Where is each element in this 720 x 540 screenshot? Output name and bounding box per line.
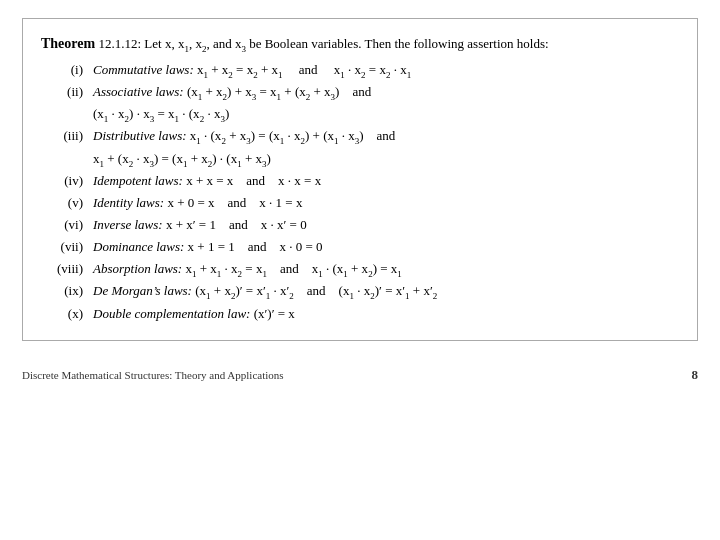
assertions: (i) Commutative laws: x1 + x2 = x2 + x1 … bbox=[41, 60, 679, 324]
assertion-i: (i) Commutative laws: x1 + x2 = x2 + x1 … bbox=[41, 60, 679, 80]
assertion-num-viii: (viii) bbox=[41, 259, 93, 279]
assertion-vi: (vi) Inverse laws: x + x′ = 1 and x · x′… bbox=[41, 215, 679, 235]
main-content: Theorem 12.1.12: Let x, x1, x2, and x3 b… bbox=[0, 0, 720, 361]
assertion-num-ii: (ii) bbox=[41, 82, 93, 102]
assertion-ii-cont: (x1 · x2) · x3 = x1 · (x2 · x3) bbox=[41, 104, 679, 124]
footer: Discrete Mathematical Structures: Theory… bbox=[0, 361, 720, 387]
assertion-viii: (viii) Absorption laws: x1 + x1 · x2 = x… bbox=[41, 259, 679, 279]
assertion-content-x: Double complementation law: (x′)′ = x bbox=[93, 304, 679, 324]
assertion-num-i: (i) bbox=[41, 60, 93, 80]
footer-text: Discrete Mathematical Structures: Theory… bbox=[22, 369, 284, 381]
assertion-num-vi: (vi) bbox=[41, 215, 93, 235]
assertion-ix: (ix) De Morgan’s laws: (x1 + x2)′ = x′1 … bbox=[41, 281, 679, 301]
assertion-num-ix: (ix) bbox=[41, 281, 93, 301]
page-number: 8 bbox=[692, 367, 699, 383]
assertion-content-vi: Inverse laws: x + x′ = 1 and x · x′ = 0 bbox=[93, 215, 679, 235]
assertion-content-v: Identity laws: x + 0 = x and x · 1 = x bbox=[93, 193, 679, 213]
assertion-vii: (vii) Dominance laws: x + 1 = 1 and x · … bbox=[41, 237, 679, 257]
assertion-num-iii: (iii) bbox=[41, 126, 93, 146]
assertion-num-vii: (vii) bbox=[41, 237, 93, 257]
assertion-content-i: Commutative laws: x1 + x2 = x2 + x1 and … bbox=[93, 60, 679, 80]
assertion-iv: (iv) Idempotent laws: x + x = x and x · … bbox=[41, 171, 679, 191]
theorem-box: Theorem 12.1.12: Let x, x1, x2, and x3 b… bbox=[22, 18, 698, 341]
assertion-ii: (ii) Associative laws: (x1 + x2) + x3 = … bbox=[41, 82, 679, 102]
assertion-content-iii: Distributive laws: x1 · (x2 + x3) = (x1 … bbox=[93, 126, 679, 146]
assertion-v: (v) Identity laws: x + 0 = x and x · 1 =… bbox=[41, 193, 679, 213]
assertion-x: (x) Double complementation law: (x′)′ = … bbox=[41, 304, 679, 324]
assertion-iii: (iii) Distributive laws: x1 · (x2 + x3) … bbox=[41, 126, 679, 146]
assertion-content-vii: Dominance laws: x + 1 = 1 and x · 0 = 0 bbox=[93, 237, 679, 257]
assertion-content-iv: Idempotent laws: x + x = x and x · x = x bbox=[93, 171, 679, 191]
theorem-label: Theorem bbox=[41, 36, 95, 51]
theorem-number: 12.1.12: bbox=[98, 36, 141, 51]
theorem-header: Theorem 12.1.12: Let x, x1, x2, and x3 b… bbox=[41, 33, 679, 54]
assertion-num-x: (x) bbox=[41, 304, 93, 324]
theorem-intro: Let x, x1, x2, and x3 be Boolean variabl… bbox=[144, 36, 548, 51]
assertion-num-v: (v) bbox=[41, 193, 93, 213]
assertion-content-ix: De Morgan’s laws: (x1 + x2)′ = x′1 · x′2… bbox=[93, 281, 679, 301]
assertion-content-iii-cont: x1 + (x2 · x3) = (x1 + x2) · (x1 + x3) bbox=[93, 149, 679, 169]
assertion-num-iv: (iv) bbox=[41, 171, 93, 191]
assertion-iii-cont: x1 + (x2 · x3) = (x1 + x2) · (x1 + x3) bbox=[41, 149, 679, 169]
assertion-content-ii: Associative laws: (x1 + x2) + x3 = x1 + … bbox=[93, 82, 679, 102]
assertion-content-viii: Absorption laws: x1 + x1 · x2 = x1 and x… bbox=[93, 259, 679, 279]
assertion-content-ii-cont: (x1 · x2) · x3 = x1 · (x2 · x3) bbox=[93, 104, 679, 124]
